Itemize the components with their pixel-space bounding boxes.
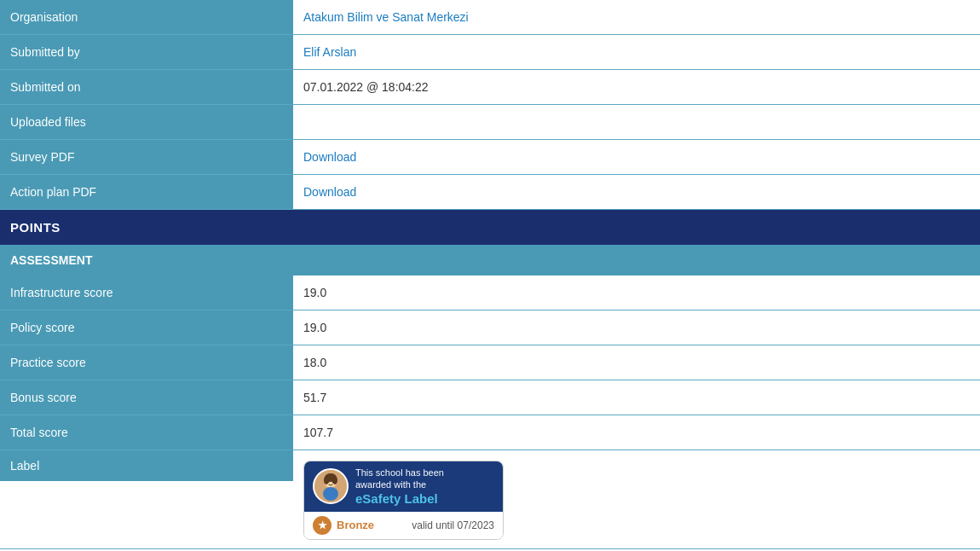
action-plan-pdf-value: Download — [293, 175, 980, 209]
label-label: Label — [0, 450, 293, 481]
assessment-header: ASSESSMENT — [0, 245, 980, 276]
bonus-row: Bonus score 51.7 — [0, 380, 980, 415]
total-label: Total score — [0, 415, 293, 450]
survey-pdf-value: Download — [293, 140, 980, 174]
badge-star-icon: ★ — [313, 516, 331, 535]
submitted-on-row: Submitted on 07.01.2022 @ 18:04:22 — [0, 70, 980, 105]
survey-pdf-download-link[interactable]: Download — [303, 150, 356, 164]
assessment-header-row: ASSESSMENT — [0, 245, 980, 276]
svg-point-7 — [332, 481, 334, 483]
practice-value: 18.0 — [293, 345, 980, 380]
infrastructure-value: 19.0 — [293, 276, 980, 310]
label-value: This school has been awarded with the eS… — [293, 450, 980, 548]
practice-row: Practice score 18.0 — [0, 345, 980, 380]
policy-label: Policy score — [0, 310, 293, 345]
badge-text-block: This school has been awarded with the eS… — [355, 467, 444, 507]
infrastructure-label: Infrastructure score — [0, 276, 293, 310]
total-value: 107.7 — [293, 415, 980, 450]
esafety-badge: This school has been awarded with the eS… — [303, 461, 504, 540]
label-row: Label — [0, 450, 980, 549]
svg-point-3 — [324, 476, 329, 484]
organisation-value: Atakum Bilim ve Sanat Merkezi — [293, 0, 980, 34]
uploaded-files-row: Uploaded files — [0, 105, 980, 140]
badge-top: This school has been awarded with the eS… — [304, 461, 503, 512]
main-table: Organisation Atakum Bilim ve Sanat Merke… — [0, 0, 980, 549]
badge-bronze-text: Bronze — [337, 519, 374, 531]
points-header: POINTS — [0, 210, 980, 245]
survey-pdf-label: Survey PDF — [0, 140, 293, 174]
badge-awarded-text: This school has been awarded with the — [355, 467, 444, 491]
badge-bronze-section: ★ Bronze — [313, 516, 374, 535]
submitted-by-value: Elif Arslan — [293, 35, 980, 69]
action-plan-pdf-download-link[interactable]: Download — [303, 185, 356, 199]
svg-point-4 — [332, 476, 337, 484]
submitted-on-value: 07.01.2022 @ 18:04:22 — [293, 70, 980, 104]
badge-bottom: ★ Bronze valid until 07/2023 — [304, 512, 503, 539]
badge-valid-text: valid until 07/2023 — [412, 519, 494, 531]
total-row: Total score 107.7 — [0, 415, 980, 450]
organisation-label: Organisation — [0, 0, 293, 34]
submitted-by-label: Submitted by — [0, 35, 293, 69]
bonus-label: Bonus score — [0, 380, 293, 415]
badge-esafety-text: eSafety Label — [355, 491, 444, 507]
action-plan-pdf-row: Action plan PDF Download — [0, 175, 980, 210]
uploaded-files-label: Uploaded files — [0, 105, 293, 139]
action-plan-pdf-label: Action plan PDF — [0, 175, 293, 209]
badge-avatar — [313, 468, 349, 504]
submitted-by-row: Submitted by Elif Arslan — [0, 35, 980, 70]
policy-value: 19.0 — [293, 310, 980, 345]
practice-label: Practice score — [0, 345, 293, 380]
policy-row: Policy score 19.0 — [0, 310, 980, 345]
organisation-row: Organisation Atakum Bilim ve Sanat Merke… — [0, 0, 980, 35]
organisation-text: Atakum Bilim ve Sanat Merkezi — [303, 10, 469, 24]
infrastructure-row: Infrastructure score 19.0 — [0, 276, 980, 310]
uploaded-files-value — [293, 105, 980, 139]
badge-awarded-line2: awarded with the — [355, 479, 426, 490]
badge-awarded-line1: This school has been — [355, 467, 444, 478]
submitted-on-label: Submitted on — [0, 70, 293, 104]
submitted-by-text: Elif Arslan — [303, 45, 356, 59]
bonus-value: 51.7 — [293, 380, 980, 415]
survey-pdf-row: Survey PDF Download — [0, 140, 980, 175]
svg-point-5 — [323, 487, 338, 501]
svg-point-6 — [328, 481, 330, 483]
